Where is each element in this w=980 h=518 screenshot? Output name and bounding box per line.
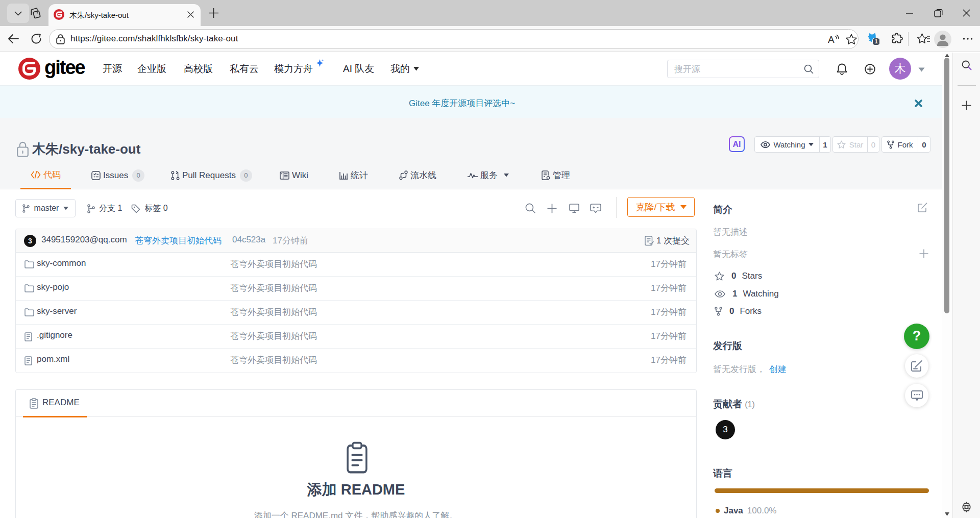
svg-text:A: A [828,34,835,45]
